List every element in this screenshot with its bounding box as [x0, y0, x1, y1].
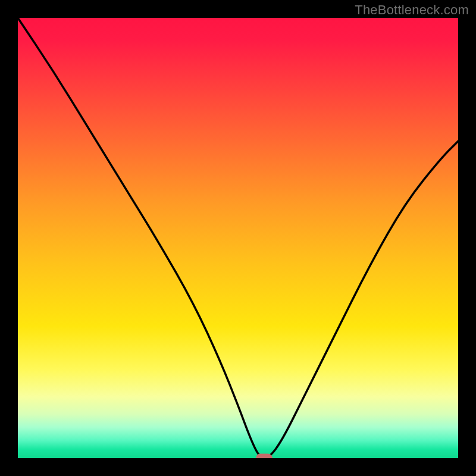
- optimal-point-marker: [256, 454, 273, 459]
- attribution-text: TheBottleneck.com: [355, 2, 469, 18]
- plot-area: [18, 18, 458, 458]
- chart-frame: TheBottleneck.com: [0, 0, 476, 476]
- bottleneck-curve: [18, 18, 458, 458]
